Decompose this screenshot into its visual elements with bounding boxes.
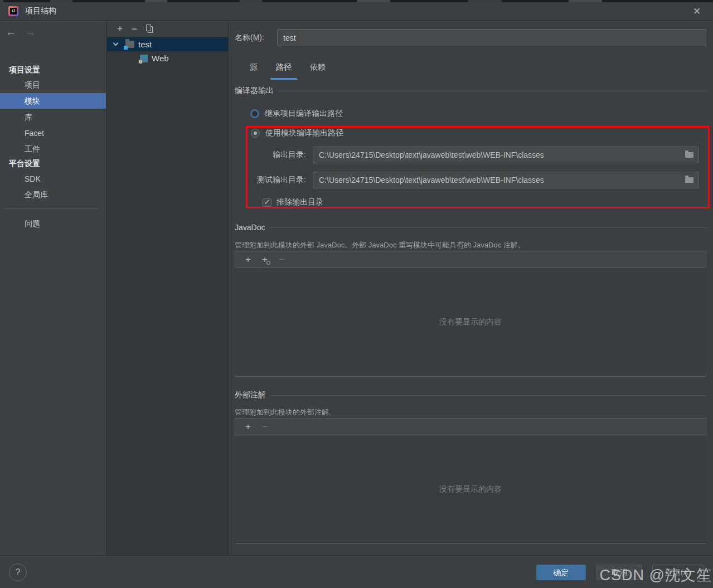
module-name-input[interactable] [277,29,706,46]
external-annotations-section-header: 外部注解 [235,390,706,400]
copy-module-icon[interactable] [142,23,156,35]
module-icon [125,41,134,48]
javadoc-toolbar: + + − [235,251,706,268]
chevron-down-icon[interactable] [113,41,119,46]
module-editor-panel: 名称(M): 源 路径 依赖 编译器输出 继承项目编译输出路径 使用模块编译输出… [229,21,713,555]
help-button[interactable]: ? [9,563,27,581]
intellij-logo-icon: IJ [8,6,18,16]
sidebar-item-problems[interactable]: 问题 [0,216,106,231]
tab-dependencies[interactable]: 依赖 [304,58,331,80]
project-structure-dialog: IJ 项目结构 ✕ ←→ 项目设置 项目 模块 库 Facet 工件 平台设置 … [0,0,713,588]
tree-toolbar: + − [107,21,228,37]
sidebar-item-artifacts[interactable]: 工件 [0,141,106,157]
highlight-annotation-rectangle [246,126,710,208]
browse-folder-icon[interactable] [685,177,693,183]
globe-badge-icon [266,261,270,265]
module-tabs: 源 路径 依赖 [244,58,338,80]
name-label: 名称(M): [235,33,277,43]
sidebar-item-facets[interactable]: Facet [0,125,106,141]
radio-unselected-icon[interactable] [250,109,259,118]
cancel-button[interactable]: 取消 [596,565,642,580]
output-dir-input[interactable] [313,147,699,163]
sidebar-group-platform-settings: 平台设置 [9,159,40,169]
radio-selected-icon[interactable] [251,129,260,138]
radio-inherit-output[interactable]: 继承项目编译输出路径 [250,109,343,119]
test-output-dir-row: 测试输出目录: [235,172,699,188]
javadoc-empty-list: 没有要显示的内容 [235,268,706,376]
add-annotation-icon[interactable]: + [240,421,256,433]
sidebar-item-libraries[interactable]: 库 [0,109,106,125]
external-annotations-empty-list: 没有要显示的内容 [235,435,706,543]
dialog-title: 项目结构 [25,6,56,16]
sidebar-group-project-settings: 项目设置 [9,65,40,75]
sidebar-item-sdk[interactable]: SDK [0,171,106,187]
remove-javadoc-icon[interactable]: − [273,254,290,265]
external-annotations-toolbar: + − [235,419,706,435]
remove-module-icon[interactable]: − [127,22,142,36]
module-tree-panel: + − test Web [107,21,229,555]
web-facet-icon [140,55,148,62]
javadoc-list-panel: + + − 没有要显示的内容 [235,251,706,377]
tab-paths[interactable]: 路径 [270,58,297,80]
sidebar-item-global-libraries[interactable]: 全局库 [0,187,106,202]
javadoc-description: 管理附加到此模块的外部 JavaDoc。外部 JavaDoc 重写模块中可能具有… [235,240,525,250]
add-module-icon[interactable]: + [113,22,127,36]
radio-module-output[interactable]: 使用模块编译输出路径 [251,128,343,138]
external-annotations-description: 管理附加到此模块的外部注解. [235,407,331,417]
sidebar-item-modules[interactable]: 模块 [0,93,106,109]
compiler-output-section-header: 编译器输出 [235,86,706,96]
external-annotations-list-panel: + − 没有要显示的内容 [235,418,706,544]
module-name-row: 名称(M): [235,29,706,46]
dialog-footer: ? 确定 取消 应用(A) [0,555,713,588]
tree-node-web[interactable]: Web [107,51,228,65]
add-javadoc-url-icon[interactable]: + [256,254,273,265]
back-arrow-icon[interactable]: ← [6,26,16,38]
exclude-output-checkbox-row[interactable]: ✓ 排除输出目录 [263,197,323,207]
close-icon[interactable]: ✕ [691,6,703,18]
title-bar: IJ 项目结构 ✕ [0,2,713,21]
tree-node-label: Web [152,54,169,63]
apply-button[interactable]: 应用(A) [652,565,704,580]
forward-arrow-icon[interactable]: → [25,26,36,38]
checkbox-checked-icon[interactable]: ✓ [263,198,271,207]
nav-arrows: ←→ [6,26,36,38]
tree-node-label: test [138,40,152,49]
add-javadoc-icon[interactable]: + [240,254,256,265]
output-dir-row: 输出目录: [235,147,699,163]
test-output-dir-input[interactable] [313,172,699,188]
settings-sidebar: ←→ 项目设置 项目 模块 库 Facet 工件 平台设置 SDK 全局库 问题 [0,21,106,555]
output-dir-label: 输出目录: [235,150,313,160]
tree-node-test[interactable]: test [107,37,228,51]
browse-folder-icon[interactable] [685,152,693,158]
ok-button[interactable]: 确定 [536,565,586,580]
test-output-dir-label: 测试输出目录: [235,175,313,185]
remove-annotation-icon[interactable]: − [256,421,273,433]
sidebar-item-project[interactable]: 项目 [0,77,106,93]
tab-sources[interactable]: 源 [244,58,263,80]
sidebar-divider [4,208,98,209]
javadoc-section-header: JavaDoc [235,223,706,232]
